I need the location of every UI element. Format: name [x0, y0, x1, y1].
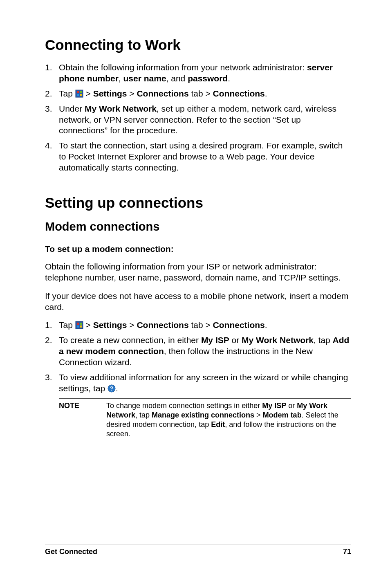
page-footer: Get Connected 71 [45, 545, 351, 556]
note-label: NOTE [59, 401, 106, 439]
list-content: To view additional information for any s… [59, 372, 351, 394]
list-number: 3. [45, 372, 59, 394]
start-icon [75, 321, 83, 329]
list-item: 1. Obtain the following information from… [45, 62, 351, 84]
heading-setting-up-connections: Setting up connections [45, 195, 351, 211]
svg-text:?: ? [110, 385, 114, 392]
start-icon [75, 90, 83, 98]
note-box: NOTE To change modem connection settings… [59, 398, 351, 441]
list-connecting-to-work: 1. Obtain the following information from… [45, 62, 351, 173]
list-content: Tap > Settings > Connections tab > Conne… [59, 320, 351, 331]
list-content: To start the connection, start using a d… [59, 140, 351, 173]
list-item: 3. Under My Work Network, set up either … [45, 103, 351, 137]
list-modem-connections: 1. Tap > Settings > Connections tab > Co… [45, 320, 351, 394]
svg-rect-8 [77, 325, 79, 328]
list-item: 4. To start the connection, start using … [45, 140, 351, 173]
list-content: To create a new connection, in either My… [59, 335, 351, 368]
svg-rect-9 [80, 325, 82, 328]
svg-rect-4 [80, 94, 82, 96]
list-item: 2. Tap > Settings > Connections tab > Co… [45, 88, 351, 99]
list-item: 1. Tap > Settings > Connections tab > Co… [45, 320, 351, 331]
list-content: Tap > Settings > Connections tab > Conne… [59, 88, 351, 99]
list-item: 3. To view additional information for an… [45, 372, 351, 394]
list-number: 4. [45, 140, 59, 173]
help-icon: ? [108, 384, 116, 393]
paragraph: If your device does not have access to a… [45, 291, 351, 313]
svg-rect-6 [77, 323, 79, 325]
svg-rect-2 [80, 91, 82, 93]
note-text: To change modem connection settings in e… [106, 401, 351, 439]
footer-page-number: 71 [343, 548, 351, 556]
list-number: 2. [45, 88, 59, 99]
svg-rect-7 [80, 323, 82, 325]
svg-rect-1 [77, 91, 79, 93]
list-number: 1. [45, 320, 59, 331]
heading-to-set-up-modem: To set up a modem connection: [45, 244, 351, 254]
svg-rect-3 [77, 94, 79, 96]
list-number: 1. [45, 62, 59, 84]
list-content: Under My Work Network, set up either a m… [59, 103, 351, 137]
heading-connecting-to-work: Connecting to Work [45, 37, 351, 53]
footer-section-title: Get Connected [45, 548, 97, 556]
paragraph: Obtain the following information from yo… [45, 261, 351, 283]
list-item: 2. To create a new connection, in either… [45, 335, 351, 368]
heading-modem-connections: Modem connections [45, 220, 351, 233]
list-number: 3. [45, 103, 59, 137]
list-content: Obtain the following information from yo… [59, 62, 351, 84]
list-number: 2. [45, 335, 59, 368]
svg-rect-5 [76, 321, 83, 329]
svg-rect-0 [76, 90, 83, 97]
